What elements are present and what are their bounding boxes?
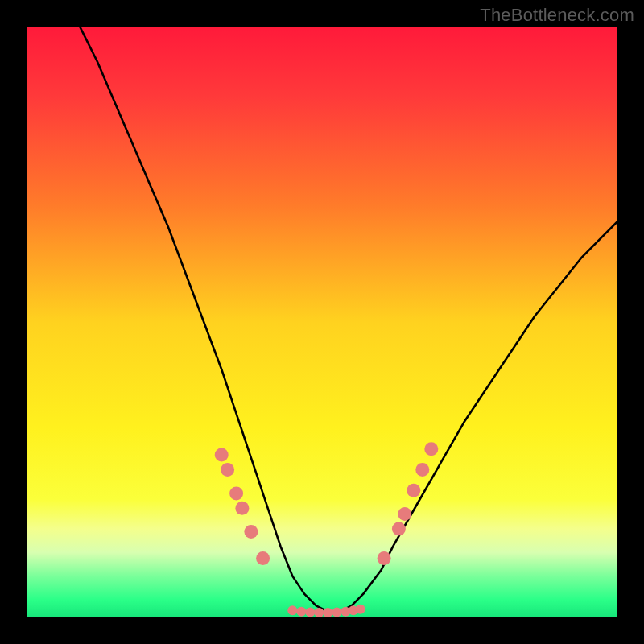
marker-bottom-5 <box>332 607 341 617</box>
bottleneck-curve <box>80 27 617 612</box>
marker-right-0 <box>378 551 391 565</box>
marker-bottom-1 <box>296 607 306 617</box>
marker-left-2 <box>229 486 243 500</box>
marker-bottom-8 <box>356 605 365 614</box>
marker-left-0 <box>215 448 229 462</box>
marker-bottom-0 <box>287 605 297 615</box>
marker-right-1 <box>392 522 406 535</box>
marker-right-5 <box>424 442 438 456</box>
marker-right-2 <box>398 507 411 521</box>
marker-left-3 <box>235 502 249 515</box>
marker-right-4 <box>415 463 429 477</box>
marker-bottom-4 <box>323 608 332 617</box>
marker-left-5 <box>256 551 270 565</box>
marker-left-4 <box>244 525 258 539</box>
marker-bottom-3 <box>314 608 324 617</box>
marker-left-1 <box>221 463 234 477</box>
marker-right-3 <box>407 484 420 497</box>
watermark-text: TheBottleneck.com <box>480 5 634 26</box>
chart-svg <box>27 27 617 617</box>
black-frame <box>27 27 617 617</box>
marker-bottom-2 <box>305 607 315 617</box>
